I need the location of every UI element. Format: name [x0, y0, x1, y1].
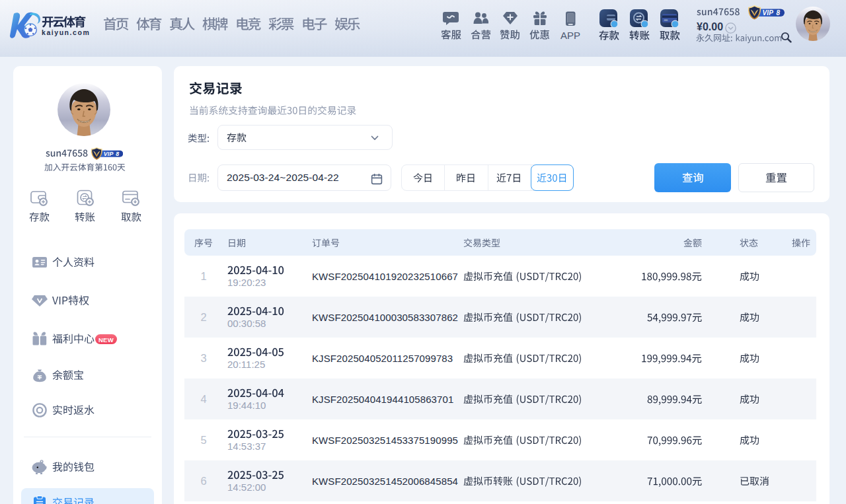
svg-text:8: 8	[116, 150, 119, 157]
svg-text:8: 8	[777, 9, 781, 16]
svg-text:VIP: VIP	[103, 150, 113, 157]
svg-text:VIP: VIP	[763, 9, 774, 16]
